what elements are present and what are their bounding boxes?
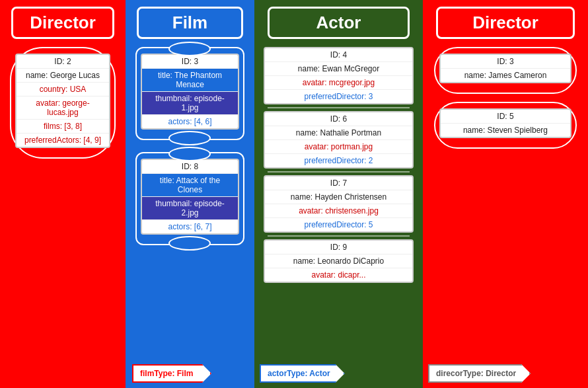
actor3-preferred: preferredDirector: 5	[265, 218, 412, 231]
actor-divider-1	[268, 107, 410, 108]
actor1-preferred: preferredDirector: 3	[265, 90, 412, 103]
actor1-avatar: avatar: mcgregor.jpg	[265, 76, 412, 90]
film-column: Film ID: 3 title: The Phantom Menace thu…	[126, 0, 254, 388]
director-right-2-id: ID: 5	[441, 110, 570, 124]
director-type-arrow: direcorType: Director	[428, 364, 531, 383]
director-right-card-2: ID: 5 name: Steven Spielberg	[434, 102, 576, 149]
actor-divider-3	[268, 235, 410, 237]
actor2-preferred: preferredDirector: 2	[265, 154, 412, 167]
film1-title: title: The Phantom Menace	[142, 69, 238, 92]
actor4-avatar: avatar: dicapr...	[265, 268, 412, 282]
director-type-label-container: direcorType: Director	[428, 364, 531, 383]
director-films: films: [3, 8]	[17, 120, 109, 134]
actor-type-text: actorType: Actor	[268, 369, 330, 378]
director-preferred-actors: preferredActors: [4, 9]	[17, 134, 109, 147]
film-type-text: filmType: Film	[140, 369, 193, 378]
actor-card-2: ID: 6 name: Nathalie Portman avatar: por…	[264, 111, 414, 169]
film-type-arrow: filmType: Film	[132, 364, 211, 383]
director-country: country: USA	[17, 83, 109, 97]
film1-thumbnail: thumbnail: episode-1.jpg	[142, 92, 238, 115]
actor2-name: name: Nathalie Portman	[265, 126, 412, 140]
director-left-header: Director	[11, 7, 115, 39]
film-entity-group-1: ID: 3 title: The Phantom Menace thumbnai…	[135, 47, 244, 140]
director-card: ID: 2 name: George Lucas country: USA av…	[15, 54, 110, 148]
director-right-1-name: name: James Cameron	[441, 69, 570, 82]
director-type-text: direcorType: Director	[436, 369, 516, 378]
actor-type-label-container: actorType: Actor	[260, 364, 345, 383]
actor2-id: ID: 6	[265, 112, 412, 126]
director-right-1-id: ID: 3	[441, 55, 570, 69]
actor1-name: name: Ewan McGregor	[265, 62, 412, 76]
director-entity-group: ID: 2 name: George Lucas country: USA av…	[10, 47, 116, 159]
film2-thumbnail: thumbnail: episode-2.jpg	[142, 197, 238, 220]
actor-card-1: ID: 4 name: Ewan McGregor avatar: mcgreg…	[264, 47, 414, 104]
director-left-column: Director ID: 2 name: George Lucas countr…	[0, 0, 126, 388]
director-right-card-1: ID: 3 name: James Cameron	[434, 47, 576, 94]
film-type-label-container: filmType: Film	[132, 364, 211, 383]
film2-actors: actors: [6, 7]	[142, 220, 238, 233]
actor4-id: ID: 9	[265, 241, 412, 254]
actor1-id: ID: 4	[265, 48, 412, 62]
actor-card-4: ID: 9 name: Leonardo DiCaprio avatar: di…	[264, 239, 414, 283]
film1-actors: actors: [4, 6]	[142, 115, 238, 128]
film-card-1: ID: 3 title: The Phantom Menace thumbnai…	[141, 54, 239, 130]
actor4-name: name: Leonardo DiCaprio	[265, 254, 412, 268]
film-entity-group-2: ID: 8 title: Attack of the Clones thumbn…	[135, 152, 244, 245]
film-header: Film	[137, 7, 243, 39]
actor-column: Actor ID: 4 name: Ewan McGregor avatar: …	[254, 0, 423, 388]
director-right-entity-2: ID: 5 name: Steven Spielberg	[439, 108, 571, 138]
actor3-name: name: Hayden Christensen	[265, 190, 412, 204]
actor3-id: ID: 7	[265, 176, 412, 190]
director-right-2-name: name: Steven Spielberg	[441, 124, 570, 137]
actor-divider-2	[268, 171, 410, 173]
actor-header: Actor	[268, 7, 410, 39]
film-card-2: ID: 8 title: Attack of the Clones thumbn…	[141, 159, 239, 235]
director-name: name: George Lucas	[17, 69, 109, 83]
film1-id: ID: 3	[142, 55, 238, 69]
director-right-header: Director	[436, 7, 575, 39]
actor-card-3: ID: 7 name: Hayden Christensen avatar: c…	[264, 175, 414, 233]
director-id: ID: 2	[17, 55, 109, 69]
actor2-avatar: avatar: portman.jpg	[265, 140, 412, 154]
director-right-column: Director ID: 3 name: James Cameron ID: 5…	[423, 0, 588, 388]
director-avatar: avatar: george-lucas.jpg	[17, 97, 109, 120]
film2-id: ID: 8	[142, 160, 238, 174]
film2-title: title: Attack of the Clones	[142, 174, 238, 197]
actor-type-arrow: actorType: Actor	[260, 364, 345, 383]
actor3-avatar: avatar: christensen.jpg	[265, 204, 412, 218]
director-right-entity-1: ID: 3 name: James Cameron	[439, 54, 571, 83]
